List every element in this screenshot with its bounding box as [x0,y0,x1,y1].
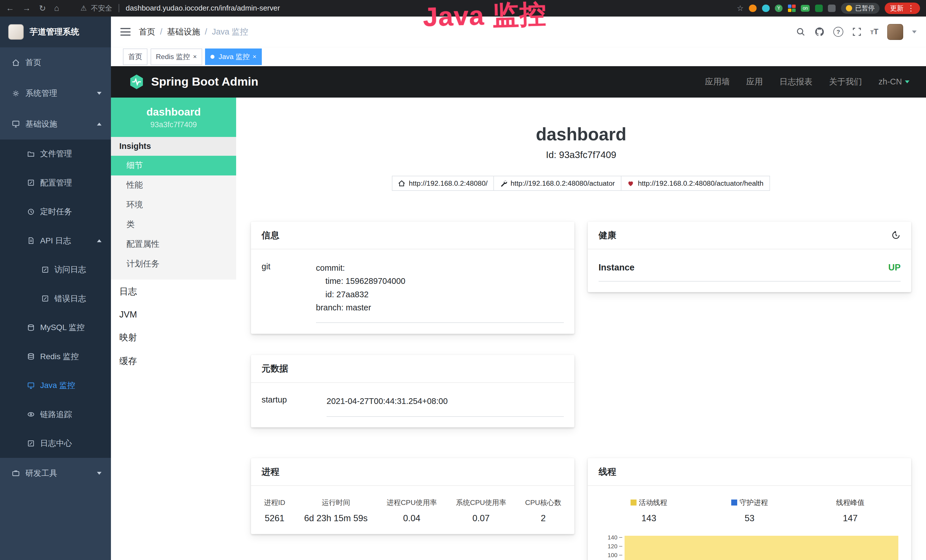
sidebar-item-error-log[interactable]: 错误日志 [0,284,111,313]
extension-fox-icon[interactable] [749,5,757,12]
breadcrumb-home[interactable]: 首页 [139,26,156,38]
home-icon[interactable]: ⌂ [54,3,59,13]
menu-item-config-props[interactable]: 配置属性 [111,235,236,254]
bookmark-star-icon[interactable]: ☆ [737,4,744,13]
sidebar-item-tracing[interactable]: 链路追踪 [0,400,111,429]
avatar[interactable] [887,24,903,40]
nav-applications[interactable]: 应用 [746,76,763,88]
stat-label: 进程CPU使用率 [387,498,437,507]
extension-puzzle-icon[interactable] [828,5,835,12]
sidebar-item-redis-monitor[interactable]: Redis 监控 [0,342,111,371]
tick-label: 120 [607,543,617,550]
extension-leaf-icon[interactable] [815,5,823,12]
health-card-title: 健康 [599,229,616,241]
url-text[interactable]: dashboard.yudao.iocoder.cn/infra/admin-s… [126,4,280,12]
sidebar-item-log-center[interactable]: 日志中心 [0,429,111,458]
extension-on-badge[interactable]: on [801,5,809,12]
address-bar[interactable]: ⚠ 不安全 dashboard.yudao.iocoder.cn/infra/a… [80,3,280,13]
tick-label: 140 [607,534,617,541]
sidebar-item-config-manage[interactable]: 配置管理 [0,168,111,197]
search-icon[interactable] [796,27,805,36]
menu-item-details[interactable]: 细节 [111,156,236,176]
health-card: 健康 Instance UP [588,222,911,292]
process-stats: 进程ID 5261 运行时间 6d 23h 15m 59s [262,498,563,524]
git-id-line: id: 27aa832 [316,288,564,301]
menu-item-metrics[interactable]: 性能 [111,176,236,195]
menu-item-scheduled-tasks[interactable]: 计划任务 [111,254,236,274]
database-icon [27,353,35,360]
extension-grid-icon[interactable] [788,5,796,12]
health-url-button[interactable]: http://192.168.0.2:48080/actuator/health [621,176,770,191]
update-button-label: 更新 [890,4,904,13]
breadcrumb-infra[interactable]: 基础设施 [167,26,200,38]
history-icon[interactable] [891,230,900,240]
nav-applications-wall[interactable]: 应用墙 [705,76,730,88]
back-icon[interactable]: ← [6,3,14,13]
legend-label: 线程峰值 [836,498,864,507]
sidebar-item-scheduled-jobs[interactable]: 定时任务 [0,197,111,226]
nav-about[interactable]: 关于我们 [829,76,862,88]
nav-journal[interactable]: 日志报表 [779,76,813,88]
close-icon[interactable]: × [253,53,256,60]
sidebar-item-dev-tools[interactable]: 研发工具 [0,458,111,489]
stat-cpu-cores: CPU核心数 2 [525,498,561,524]
legend-value: 147 [800,513,900,524]
github-icon[interactable] [814,27,825,37]
actuator-url: http://192.168.0.2:48080/actuator [510,179,615,188]
sidebar-item-label: 研发工具 [26,468,57,479]
browser-menu-icon[interactable]: ⋮ [907,4,915,13]
menu-group-caches[interactable]: 缓存 [111,350,236,373]
language-label: zh-CN [879,77,902,86]
hamburger-icon[interactable] [120,28,130,36]
sidebar-item-api-log[interactable]: API 日志 [0,226,111,255]
extension-drop-icon[interactable] [762,5,770,12]
close-icon[interactable]: × [193,53,197,60]
menu-item-environment[interactable]: 环境 [111,195,236,215]
sidebar-item-home[interactable]: 首页 [0,47,111,78]
instance-header[interactable]: dashboard 93a3fc7f7409 [111,98,236,137]
actuator-url-button[interactable]: http://192.168.0.2:48080/actuator [493,176,622,191]
service-url-button[interactable]: http://192.168.0.2:48080/ [392,176,494,191]
instance-id: 93a3fc7f7409 [116,120,232,129]
security-label[interactable]: 不安全 [91,3,112,13]
refresh-icon[interactable]: ↻ [39,3,46,13]
chevron-down-icon [905,80,909,83]
language-selector[interactable]: zh-CN [879,77,909,86]
sidebar-item-system[interactable]: 系统管理 [0,78,111,109]
forward-icon[interactable]: → [23,3,31,13]
legend-value: 53 [699,513,800,524]
tag-redis-monitor[interactable]: Redis 监控 × [151,48,202,65]
sidebar-item-java-monitor[interactable]: Java 监控 [0,371,111,400]
sidebar-item-file-manage[interactable]: 文件管理 [0,139,111,168]
menu-group-jvm[interactable]: JVM [111,304,236,325]
chart-area-active-threads [625,536,898,560]
menu-group-logs[interactable]: 日志 [111,280,236,303]
app-logo-bar[interactable]: 芋道管理系统 [0,17,111,47]
extension-y-icon[interactable]: Y [775,5,782,12]
sidebar-item-access-log[interactable]: 访问日志 [0,255,111,284]
wrench-icon [500,180,507,187]
app-shell: 芋道管理系统 首页 系统管理 基础设施 [0,17,926,560]
fullscreen-icon[interactable] [852,27,861,36]
update-button[interactable]: 更新 ⋮ [885,3,920,14]
help-icon[interactable]: ? [833,27,843,37]
font-size-icon[interactable]: TT [870,27,878,36]
sba-brand[interactable]: Spring Boot Admin [129,74,258,90]
paused-badge-label: 已暂停 [855,4,875,12]
tags-view: 首页 Redis 监控 × Java 监控 × [111,47,926,66]
chevron-down-icon[interactable] [912,30,917,33]
tag-home[interactable]: 首页 [123,48,148,65]
stat-label: CPU核心数 [525,498,561,507]
sidebar-item-infra[interactable]: 基础设施 [0,109,111,139]
menu-item-classes[interactable]: 类 [111,215,236,235]
sidebar-item-mysql-monitor[interactable]: MySQL 监控 [0,313,111,342]
sidebar-item-label: Redis 监控 [40,351,79,362]
menu-group-mappings[interactable]: 映射 [111,325,236,349]
paused-badge[interactable]: 已暂停 [841,3,879,14]
tag-java-monitor[interactable]: Java 监控 × [205,48,262,65]
eye-icon [27,410,35,418]
cards-row-3: 进程 进程ID 5261 运行时间 [251,458,911,560]
legend-value: 143 [599,513,699,524]
sidebar-item-label: Java 监控 [40,380,75,391]
instance-links: http://192.168.0.2:48080/ http://192.168… [251,176,911,191]
